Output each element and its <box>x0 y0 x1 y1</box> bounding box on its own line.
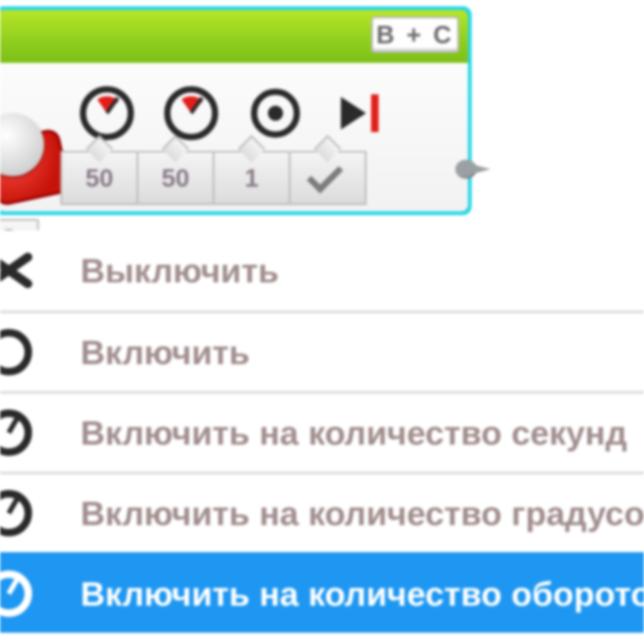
menu-item-degrees[interactable]: Включить на количество градусов <box>0 472 644 552</box>
menu-item-on[interactable]: Включить <box>0 311 644 391</box>
rotations-input[interactable]: 1 <box>213 151 291 205</box>
brake-end-icon <box>328 82 391 145</box>
port-selector[interactable]: B + C <box>371 16 459 53</box>
brake-toggle[interactable] <box>289 151 367 205</box>
rotations-icon <box>244 82 307 145</box>
mode-dropdown-menu: Выключить Включить Включить на количеств… <box>0 230 644 633</box>
degrees-icon <box>0 490 32 536</box>
power-right-input[interactable]: 50 <box>136 151 214 205</box>
power-right-icon <box>160 82 223 145</box>
menu-item-label: Включить на количество секунд <box>80 413 627 452</box>
menu-item-label: Включить на количество оборотов <box>80 574 644 613</box>
menu-item-label: Включить <box>80 333 250 372</box>
seconds-icon <box>0 409 32 456</box>
power-left-input[interactable]: 50 <box>60 151 138 205</box>
menu-item-label: Включить на количество градусов <box>80 494 644 533</box>
check-icon <box>307 157 343 194</box>
menu-item-off[interactable]: Выключить <box>0 230 644 311</box>
power-left-icon <box>75 82 138 145</box>
block-header: B + C <box>0 10 468 63</box>
menu-item-rotations[interactable]: Включить на количество оборотов <box>0 552 644 633</box>
block-body: 50 50 1 <box>0 63 468 211</box>
on-icon <box>0 329 32 375</box>
menu-item-seconds[interactable]: Включить на количество секунд <box>0 391 644 472</box>
rotations-icon <box>0 570 32 617</box>
move-tank-block[interactable]: B + C 50 <box>0 6 472 215</box>
off-icon <box>0 247 33 294</box>
data-plug-icon[interactable] <box>455 157 496 181</box>
menu-item-label: Выключить <box>80 251 279 290</box>
